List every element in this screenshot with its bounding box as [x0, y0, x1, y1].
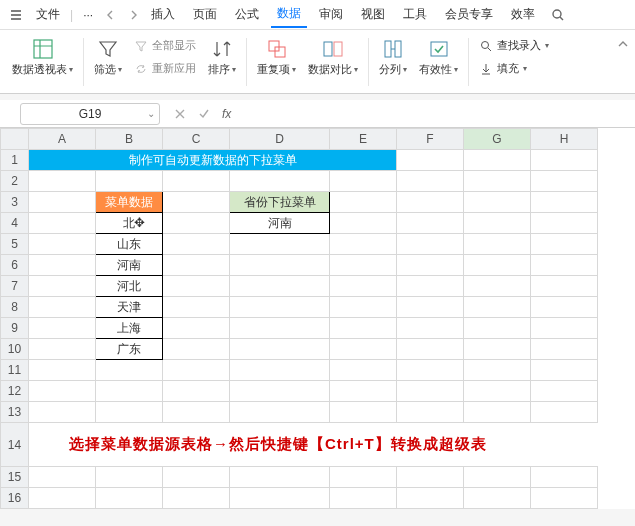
- menu-data-cell[interactable]: 天津: [96, 297, 163, 318]
- col-header-B[interactable]: B: [96, 129, 163, 150]
- cell[interactable]: [163, 402, 230, 423]
- cell[interactable]: [531, 339, 598, 360]
- cell[interactable]: [29, 339, 96, 360]
- cell[interactable]: [230, 488, 330, 509]
- cell[interactable]: [96, 171, 163, 192]
- cell[interactable]: [397, 339, 464, 360]
- more-menu[interactable]: ···: [77, 4, 99, 26]
- cell[interactable]: [397, 276, 464, 297]
- cell[interactable]: [330, 402, 397, 423]
- tab-prev-icon[interactable]: [101, 5, 121, 25]
- cell[interactable]: [330, 276, 397, 297]
- tab-member[interactable]: 会员专享: [439, 2, 499, 27]
- col-header-G[interactable]: G: [464, 129, 531, 150]
- cell[interactable]: [96, 381, 163, 402]
- cell[interactable]: [29, 402, 96, 423]
- row-header[interactable]: 8: [1, 297, 29, 318]
- cell[interactable]: [464, 297, 531, 318]
- pivot-table-button[interactable]: 数据透视表▾: [8, 36, 77, 79]
- cell[interactable]: [464, 213, 531, 234]
- row-header[interactable]: 16: [1, 488, 29, 509]
- cell[interactable]: [29, 255, 96, 276]
- cell[interactable]: [464, 339, 531, 360]
- text-to-columns-button[interactable]: 分列▾: [375, 36, 411, 79]
- app-menu-icon[interactable]: [4, 5, 28, 25]
- cell[interactable]: [397, 213, 464, 234]
- cell[interactable]: [531, 381, 598, 402]
- cell[interactable]: [230, 402, 330, 423]
- row-header[interactable]: 3: [1, 192, 29, 213]
- cell[interactable]: [397, 255, 464, 276]
- menu-data-cell[interactable]: 河北: [96, 276, 163, 297]
- cell[interactable]: [464, 402, 531, 423]
- tab-page[interactable]: 页面: [187, 2, 223, 27]
- cell[interactable]: [464, 381, 531, 402]
- row-header[interactable]: 15: [1, 467, 29, 488]
- sort-button[interactable]: 排序▾: [204, 36, 240, 79]
- cell[interactable]: [163, 381, 230, 402]
- title-cell[interactable]: 制作可自动更新数据的下拉菜单: [29, 150, 397, 171]
- cell[interactable]: [29, 488, 96, 509]
- cell[interactable]: [29, 192, 96, 213]
- cell[interactable]: [96, 360, 163, 381]
- cell[interactable]: [163, 488, 230, 509]
- cell[interactable]: [230, 171, 330, 192]
- col-header-E[interactable]: E: [330, 129, 397, 150]
- cell[interactable]: [531, 402, 598, 423]
- row-header[interactable]: 7: [1, 276, 29, 297]
- menu-data-cell[interactable]: 河南: [96, 255, 163, 276]
- cell[interactable]: [230, 318, 330, 339]
- menu-data-cell[interactable]: 上海: [96, 318, 163, 339]
- cancel-formula-icon[interactable]: [168, 108, 192, 120]
- menu-data-cell[interactable]: 北✥: [96, 213, 163, 234]
- col-header-A[interactable]: A: [29, 129, 96, 150]
- cell[interactable]: [96, 467, 163, 488]
- cell[interactable]: [330, 213, 397, 234]
- cell[interactable]: [531, 171, 598, 192]
- cell[interactable]: [464, 255, 531, 276]
- row-header[interactable]: 1: [1, 150, 29, 171]
- name-box[interactable]: G19 ⌄: [20, 103, 160, 125]
- cell[interactable]: [330, 339, 397, 360]
- cell[interactable]: [163, 467, 230, 488]
- cell[interactable]: [29, 234, 96, 255]
- row-header[interactable]: 4: [1, 213, 29, 234]
- search-icon[interactable]: [551, 8, 565, 22]
- cell[interactable]: [464, 234, 531, 255]
- cell[interactable]: [29, 360, 96, 381]
- col-header-H[interactable]: H: [531, 129, 598, 150]
- cell[interactable]: [230, 276, 330, 297]
- fill-button[interactable]: 填充 ▾: [475, 59, 553, 78]
- cell[interactable]: [230, 297, 330, 318]
- cell[interactable]: [330, 318, 397, 339]
- cell[interactable]: [531, 234, 598, 255]
- cell[interactable]: [96, 402, 163, 423]
- cell[interactable]: [230, 360, 330, 381]
- cell[interactable]: [96, 488, 163, 509]
- cell[interactable]: [397, 234, 464, 255]
- menu-data-cell[interactable]: 广东: [96, 339, 163, 360]
- cell[interactable]: [464, 150, 531, 171]
- cell[interactable]: [163, 171, 230, 192]
- duplicates-button[interactable]: 重复项▾: [253, 36, 300, 79]
- cell[interactable]: [531, 318, 598, 339]
- cell[interactable]: [397, 192, 464, 213]
- show-all-button[interactable]: 全部显示: [130, 36, 200, 55]
- row-header[interactable]: 9: [1, 318, 29, 339]
- cell[interactable]: [531, 360, 598, 381]
- row-header[interactable]: 14: [1, 423, 29, 467]
- cell[interactable]: [531, 255, 598, 276]
- province-header-cell[interactable]: 省份下拉菜单: [230, 192, 330, 213]
- cell[interactable]: [464, 488, 531, 509]
- cell[interactable]: [330, 360, 397, 381]
- cell[interactable]: [330, 192, 397, 213]
- compare-button[interactable]: 数据对比▾: [304, 36, 362, 79]
- cell[interactable]: [464, 467, 531, 488]
- cell[interactable]: [531, 192, 598, 213]
- row-header[interactable]: 6: [1, 255, 29, 276]
- file-menu[interactable]: 文件: [30, 2, 66, 27]
- tab-view[interactable]: 视图: [355, 2, 391, 27]
- formula-input[interactable]: [237, 103, 635, 125]
- cell[interactable]: [163, 255, 230, 276]
- cell[interactable]: [464, 360, 531, 381]
